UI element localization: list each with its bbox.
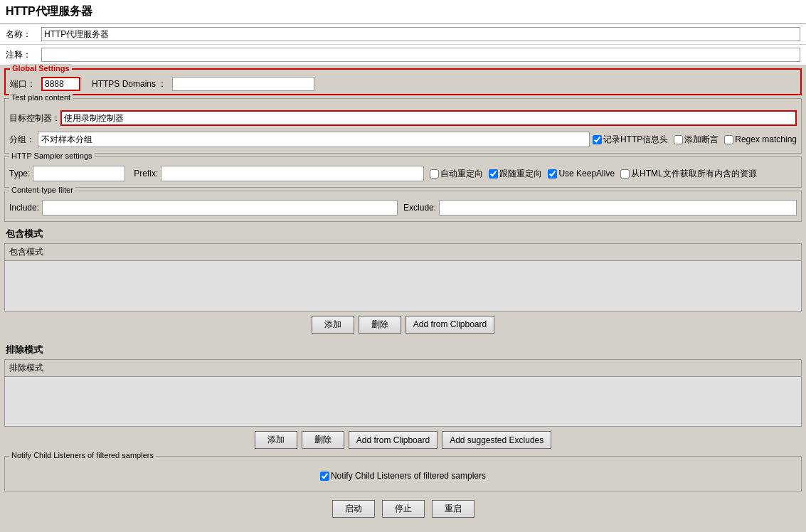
exclude-suggested-button[interactable]: Add suggested Excludes [442, 431, 551, 449]
include-table-header: 包含模式 [5, 244, 801, 261]
exclude-table: 排除模式 [5, 360, 801, 427]
follow-redirect-checkbox[interactable] [489, 169, 498, 179]
notify-checkbox[interactable] [320, 472, 329, 481]
regex-checkbox-label[interactable]: Regex matching [724, 134, 797, 144]
exclude-input[interactable] [439, 200, 797, 216]
https-label: HTTPS Domains ： [92, 78, 166, 90]
http-sampler-legend: HTTP Sampler settings [9, 151, 95, 160]
name-label: 名称： [6, 28, 41, 41]
name-row: 名称： [0, 24, 806, 45]
include-pattern-buttons: 添加 删除 Add from Clipboard [4, 312, 802, 338]
include-table: 包含模式 [5, 244, 801, 311]
content-type-section: Content-type filter Include: Exclude: [4, 191, 802, 222]
test-plan-section: Test plan content 目标控制器： 分组： 不对样本分组 在组间放… [4, 98, 802, 154]
test-plan-legend: Test plan content [9, 93, 73, 102]
restart-button[interactable]: 重启 [432, 500, 474, 518]
name-input[interactable] [41, 27, 800, 41]
sampler-checkboxes: 自动重定向 跟随重定向 Use KeepAlive 从HTML文件获取所有内含的… [430, 168, 756, 180]
target-input[interactable] [60, 110, 797, 126]
http-sampler-section: HTTP Sampler settings Type: Prefix: 自动重定… [4, 156, 802, 188]
global-settings-row: 端口： HTTPS Domains ： [10, 77, 796, 91]
content-type-legend: Content-type filter [9, 186, 75, 194]
notify-legend: Notify Child Listeners of filtered sampl… [9, 451, 156, 459]
group-select-container: 不对样本分组 在组间放置控制器 只储存第一个样本 对每个组放一个新的控制器 [38, 132, 590, 147]
comment-label: 注释： [6, 49, 41, 61]
group-select[interactable]: 不对样本分组 在组间放置控制器 只储存第一个样本 对每个组放一个新的控制器 [38, 132, 590, 147]
notify-checkbox-label[interactable]: Notify Child Listeners of filtered sampl… [320, 471, 486, 481]
stop-button[interactable]: 停止 [382, 500, 425, 518]
include-patterns-section: 包含模式 包含模式 添加 删除 Add from Clipboard [4, 225, 802, 338]
exclude-label: Exclude: [403, 203, 436, 213]
notify-checkbox-text: Notify Child Listeners of filtered sampl… [331, 471, 486, 481]
exclude-patterns-title: 排除模式 [4, 341, 802, 359]
regex-checkbox[interactable] [724, 135, 733, 144]
keepalive-text: Use KeepAlive [558, 169, 615, 179]
group-label: 分组： [9, 134, 38, 146]
https-input[interactable] [172, 77, 314, 91]
html-fetch-label[interactable]: 从HTML文件获取所有内含的资源 [620, 168, 757, 180]
target-row: 目标控制器： [9, 107, 797, 129]
prefix-label: Prefix: [134, 169, 158, 179]
include-label: Include: [9, 203, 39, 213]
include-add-button[interactable]: 添加 [312, 316, 354, 334]
page-title: HTTP代理服务器 [0, 0, 806, 24]
notify-section: Notify Child Listeners of filtered sampl… [4, 456, 802, 491]
target-label: 目标控制器： [9, 112, 60, 124]
exclude-table-header: 排除模式 [5, 360, 801, 377]
exclude-table-empty-row [5, 376, 801, 426]
exclude-pattern-buttons: 添加 删除 Add from Clipboard Add suggested E… [4, 427, 802, 453]
exclude-table-empty-cell [5, 376, 801, 426]
exclude-patterns-section: 排除模式 排除模式 添加 删除 Add from Clipboard Add s… [4, 341, 802, 454]
port-input[interactable] [41, 77, 80, 91]
type-select[interactable] [33, 166, 125, 181]
sampler-row: Type: Prefix: 自动重定向 跟随重定向 Use KeepAlive [9, 163, 797, 184]
type-label: Type: [9, 169, 30, 179]
global-settings-section: Global Settings 端口： HTTPS Domains ： [4, 68, 802, 95]
group-checkboxes: 记录HTTP信息头 添加断言 Regex matching [593, 134, 797, 146]
include-patterns-title: 包含模式 [4, 225, 802, 243]
port-label: 端口： [10, 78, 36, 90]
add-assertion-checkbox[interactable] [674, 135, 683, 144]
notify-inner: Notify Child Listeners of filtered sampl… [9, 464, 797, 488]
follow-redirect-text: 跟随重定向 [499, 168, 542, 180]
content-row: Include: Exclude: [9, 197, 797, 218]
comment-row: 注释： [0, 45, 806, 65]
record-http-checkbox-label[interactable]: 记录HTTP信息头 [593, 134, 668, 146]
html-fetch-text: 从HTML文件获取所有内含的资源 [631, 168, 757, 180]
auto-redirect-label[interactable]: 自动重定向 [430, 168, 483, 180]
add-assertion-checkbox-label[interactable]: 添加断言 [674, 134, 718, 146]
group-row: 分组： 不对样本分组 在组间放置控制器 只储存第一个样本 对每个组放一个新的控制… [9, 129, 797, 150]
include-input[interactable] [42, 200, 398, 216]
follow-redirect-label[interactable]: 跟随重定向 [489, 168, 542, 180]
exclude-add-button[interactable]: 添加 [255, 431, 297, 449]
record-http-checkbox[interactable] [593, 135, 602, 144]
html-fetch-checkbox[interactable] [620, 169, 630, 179]
include-delete-button[interactable]: 删除 [359, 316, 401, 334]
auto-redirect-text: 自动重定向 [440, 168, 483, 180]
prefix-input[interactable] [161, 166, 424, 181]
bottom-buttons: 启动 停止 重启 [0, 494, 806, 523]
add-assertion-label: 添加断言 [684, 134, 718, 146]
include-table-empty-row [5, 261, 801, 311]
auto-redirect-checkbox[interactable] [430, 169, 439, 179]
exclude-table-container: 排除模式 [4, 359, 802, 427]
keepalive-label[interactable]: Use KeepAlive [548, 169, 615, 179]
type-select-container [33, 166, 125, 181]
exclude-delete-button[interactable]: 删除 [302, 431, 344, 449]
regex-label: Regex matching [735, 134, 797, 144]
record-http-label: 记录HTTP信息头 [603, 134, 668, 146]
include-table-empty-cell [5, 261, 801, 311]
comment-input[interactable] [41, 48, 800, 62]
keepalive-checkbox[interactable] [548, 169, 557, 179]
include-table-container: 包含模式 [4, 243, 802, 312]
global-settings-legend: Global Settings [10, 64, 72, 73]
exclude-clipboard-button[interactable]: Add from Clipboard [349, 431, 438, 449]
include-clipboard-button[interactable]: Add from Clipboard [405, 316, 494, 334]
start-button[interactable]: 启动 [332, 500, 375, 518]
